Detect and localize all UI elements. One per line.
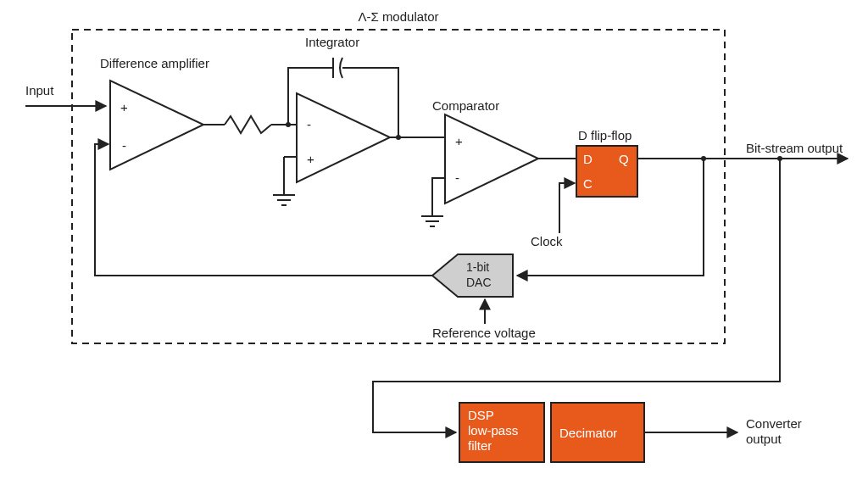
diff-amp-label: Difference amplifier	[100, 56, 209, 70]
wire-clock	[559, 183, 575, 233]
converter-out-label2: output	[746, 432, 782, 446]
dac-line2: DAC	[466, 276, 492, 289]
capacitor-plate-right	[340, 58, 342, 78]
delta-sigma-modulator-diagram: Λ-Σ modulator Input Difference amplifier…	[0, 0, 868, 496]
comparator-minus: -	[455, 170, 459, 185]
dsp-line1: DSP	[468, 408, 494, 422]
diff-amp-icon	[110, 81, 203, 170]
dff-label: D flip-flop	[578, 128, 632, 142]
dsp-line3: filter	[468, 438, 492, 453]
diff-amp-plus: +	[120, 100, 128, 114]
wire-comparator-gnd	[432, 178, 445, 216]
clock-label: Clock	[531, 234, 563, 248]
decimator-label: Decimator	[559, 426, 617, 440]
integrator-icon	[297, 93, 390, 182]
dff-d-label: D	[583, 152, 593, 166]
wire-to-dsp	[373, 159, 780, 432]
comparator-label: Comparator	[432, 98, 499, 113]
integrator-plus: +	[307, 152, 314, 166]
ref-voltage-label: Reference voltage	[432, 326, 536, 340]
comparator-plus: +	[455, 134, 463, 148]
converter-out-label1: Converter	[746, 416, 802, 431]
comparator-icon	[445, 114, 538, 203]
integrator-minus: -	[307, 117, 311, 131]
dac-line1: 1-bit	[466, 260, 489, 274]
dsp-line2: low-pass	[468, 423, 518, 437]
ground-icon-2	[421, 216, 443, 226]
resistor-icon	[225, 116, 271, 133]
integrator-label: Integrator	[305, 35, 359, 49]
bitstream-out-label: Bit-stream output	[746, 141, 843, 155]
input-label: Input	[25, 83, 54, 98]
wire-dac-feedback	[95, 144, 432, 276]
ground-icon-1	[273, 195, 295, 205]
diff-amp-minus: -	[122, 138, 126, 153]
dff-q-label: Q	[619, 152, 629, 166]
dff-c-label: C	[583, 176, 593, 191]
modulator-title: Λ-Σ modulator	[358, 9, 438, 24]
